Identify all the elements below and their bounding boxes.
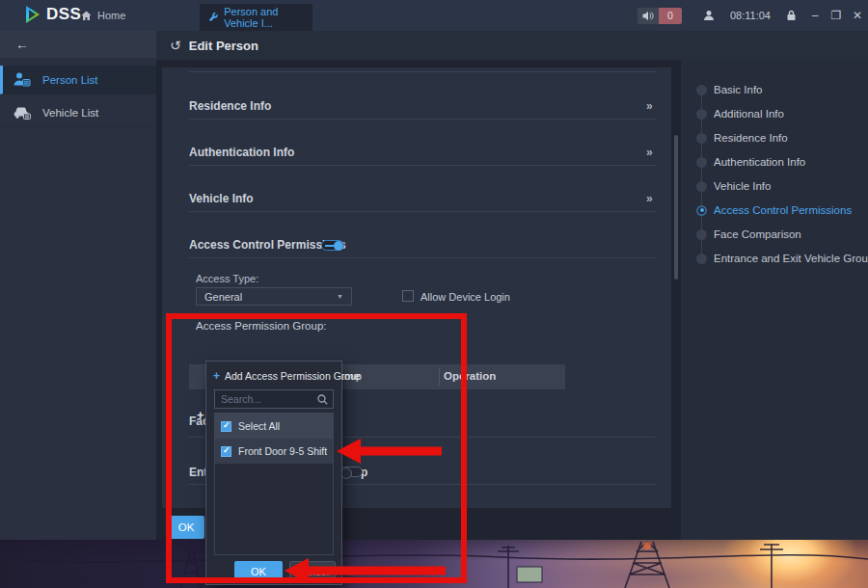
- nav-item-basic-info[interactable]: Basic Info: [681, 80, 868, 99]
- dss-logo-icon: [23, 5, 42, 24]
- search-icon[interactable]: [317, 394, 328, 405]
- access-control-toggle[interactable]: [321, 240, 344, 251]
- plus-icon: +: [213, 369, 220, 383]
- content-scrollbar[interactable]: [674, 135, 678, 280]
- nav-item-access-control-permissions[interactable]: Access Control Permissions: [681, 200, 868, 220]
- sidebar-item-label: Person List: [42, 74, 98, 86]
- checked-checkbox-icon[interactable]: [221, 421, 231, 432]
- wrench-icon: [209, 13, 218, 23]
- speaker-icon: [637, 8, 659, 24]
- expand-residence-icon[interactable]: »: [646, 99, 653, 113]
- minimize-button[interactable]: –: [807, 9, 823, 22]
- list-item-select-all[interactable]: Select All: [215, 414, 333, 439]
- sidebar-item-label: Vehicle List: [42, 107, 98, 119]
- section-divider: [189, 71, 656, 72]
- section-authentication-info: Authentication Info: [189, 146, 294, 159]
- close-button[interactable]: ✕: [850, 9, 865, 22]
- popup-search-box: [214, 389, 334, 409]
- title-bar: DSS Home Person and Vehicle I...: [0, 0, 868, 31]
- desktop-wallpaper-sunset: [0, 540, 868, 588]
- popup-cancel-button[interactable]: Cancel: [289, 561, 336, 581]
- maximize-button[interactable]: ❐: [828, 9, 844, 22]
- app-title: DSS: [46, 5, 81, 24]
- titlebar-right-cluster: 0 08:11:04 – ❐ ✕: [637, 0, 868, 31]
- add-access-permission-group-popup: + Add Access Permission Group Select All…: [205, 361, 342, 585]
- nav-dot-icon: [696, 133, 707, 144]
- popup-title: Add Access Permission Group: [225, 370, 362, 382]
- vehicle-list-icon: [14, 106, 31, 120]
- section-vehicle-info: Vehicle Info: [189, 192, 254, 205]
- access-type-label: Access Type:: [196, 273, 258, 284]
- expand-authentication-icon[interactable]: »: [646, 146, 653, 159]
- power-line-silhouettes: [0, 540, 868, 588]
- sidebar-back-button[interactable]: ←: [0, 31, 156, 58]
- lock-icon[interactable]: [786, 10, 797, 21]
- expand-vehicle-icon[interactable]: »: [646, 192, 653, 205]
- nav-dot-icon: [696, 254, 707, 264]
- page-header: ↺ Edit Person: [156, 31, 868, 60]
- section-divider: [189, 165, 656, 166]
- nav-dot-icon: [696, 109, 707, 120]
- access-permission-group-label: Access Permission Group:: [196, 320, 327, 332]
- nav-item-vehicle-info[interactable]: Vehicle Info: [681, 176, 868, 196]
- nav-item-additional-info[interactable]: Additional Info: [681, 104, 868, 123]
- user-account-icon[interactable]: [703, 10, 715, 21]
- access-type-dropdown[interactable]: General ▼: [196, 287, 352, 306]
- return-icon[interactable]: ↺: [170, 38, 181, 53]
- home-icon: [81, 11, 92, 21]
- tab-home-label: Home: [97, 10, 125, 21]
- sidebar-item-person-list[interactable]: Person List: [0, 66, 156, 94]
- section-divider: [189, 211, 656, 212]
- nav-dot-icon: [696, 85, 707, 95]
- allow-device-login-label: Allow Device Login: [420, 291, 510, 303]
- access-type-value: General: [204, 291, 242, 303]
- popup-header: + Add Access Permission Group: [213, 369, 362, 383]
- popup-ok-button[interactable]: OK: [234, 561, 283, 581]
- section-divider: [189, 257, 656, 258]
- nav-item-face-comparison[interactable]: Face Comparison: [681, 225, 868, 244]
- chevron-down-icon: ▼: [337, 293, 343, 300]
- nav-dot-icon: [696, 157, 707, 168]
- column-header-operation: Operation: [444, 370, 496, 382]
- tab-person-vehicle-label: Person and Vehicle I...: [224, 6, 312, 29]
- checked-checkbox-icon[interactable]: [221, 446, 231, 457]
- nav-dot-active-icon: [696, 205, 707, 216]
- permission-group-list: Select All Front Door 9-5 Shift: [214, 413, 334, 555]
- dss-app-window: DSS Home Person and Vehicle I...: [0, 0, 868, 588]
- search-input[interactable]: [215, 393, 317, 405]
- allow-device-login-checkbox[interactable]: [402, 290, 414, 302]
- person-list-icon: [14, 72, 31, 87]
- column-separator: [439, 368, 440, 386]
- entrance-exit-toggle[interactable]: [339, 467, 363, 477]
- tab-home[interactable]: Home: [81, 0, 125, 31]
- section-divider: [189, 119, 656, 120]
- list-item-front-door-shift[interactable]: Front Door 9-5 Shift: [215, 439, 333, 464]
- section-anchor-nav: Basic Info Additional Info Residence Inf…: [681, 60, 868, 540]
- nav-item-residence-info[interactable]: Residence Info: [681, 128, 868, 147]
- alarm-sound-control[interactable]: 0: [637, 8, 682, 24]
- form-ok-button[interactable]: OK: [168, 516, 204, 539]
- left-sidebar: ← Person List Vehicle List: [0, 31, 156, 540]
- nav-item-entrance-exit-vehicle-group[interactable]: Entrance and Exit Vehicle Group: [681, 249, 868, 268]
- alarm-count-badge: 0: [659, 8, 682, 24]
- nav-dot-icon: [696, 181, 707, 192]
- section-residence-info: Residence Info: [189, 99, 271, 113]
- nav-item-authentication-info[interactable]: Authentication Info: [681, 152, 868, 172]
- sidebar-item-vehicle-list[interactable]: Vehicle List: [0, 98, 156, 127]
- clock-time: 08:11:04: [730, 10, 771, 21]
- tab-person-vehicle[interactable]: Person and Vehicle I...: [200, 4, 312, 31]
- nav-dot-icon: [696, 229, 707, 240]
- page-title: Edit Person: [189, 39, 258, 53]
- dss-logo: DSS: [23, 5, 81, 24]
